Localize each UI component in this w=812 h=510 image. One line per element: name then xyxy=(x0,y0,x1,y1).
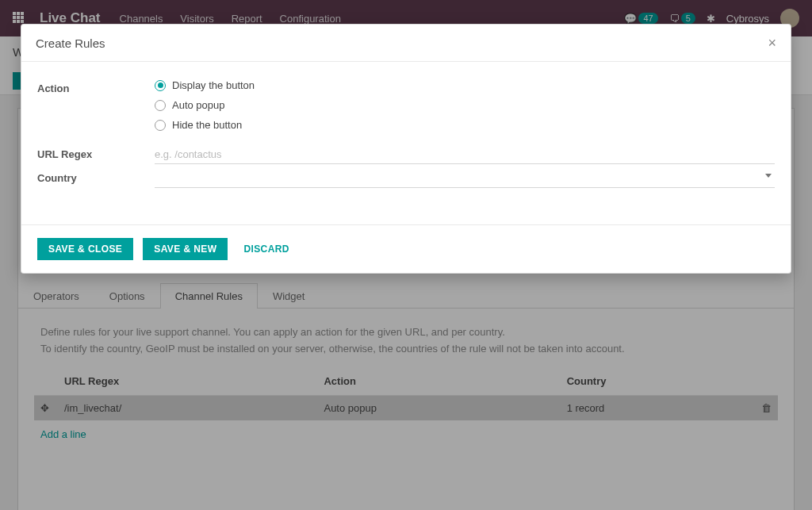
radio-icon xyxy=(155,120,166,131)
discard-button[interactable]: DISCARD xyxy=(243,243,289,255)
label-country: Country xyxy=(37,169,155,188)
create-rules-modal: Create Rules × Action Display the button… xyxy=(21,24,791,274)
modal-title: Create Rules xyxy=(36,36,105,50)
radio-label: Hide the button xyxy=(172,119,242,131)
radio-label: Auto popup xyxy=(172,99,225,111)
radio-icon xyxy=(155,100,166,111)
radio-display-button[interactable]: Display the button xyxy=(155,79,775,91)
radio-auto-popup[interactable]: Auto popup xyxy=(155,99,775,111)
radio-label: Display the button xyxy=(172,79,255,91)
save-close-button[interactable]: SAVE & CLOSE xyxy=(37,238,133,260)
label-url-regex: URL Regex xyxy=(37,145,155,164)
label-action: Action xyxy=(37,79,155,139)
save-new-button[interactable]: SAVE & NEW xyxy=(143,238,228,260)
radio-hide-button[interactable]: Hide the button xyxy=(155,119,775,131)
radio-icon xyxy=(155,80,166,91)
chevron-down-icon[interactable] xyxy=(765,174,772,178)
country-input[interactable] xyxy=(155,169,775,188)
url-regex-input[interactable] xyxy=(155,145,775,164)
close-icon[interactable]: × xyxy=(768,36,776,50)
